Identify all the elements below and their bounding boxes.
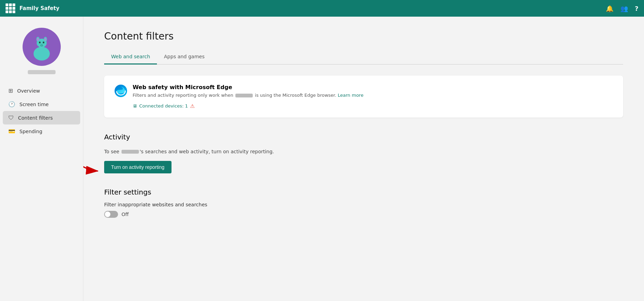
- sidebar-item-label: Spending: [19, 129, 42, 134]
- edge-icon: [114, 84, 128, 98]
- tab-apps-games[interactable]: Apps and games: [157, 50, 211, 64]
- page-title: Content filters: [104, 31, 623, 42]
- learn-more-link[interactable]: Learn more: [338, 93, 363, 98]
- edge-section-title: Web safety with Microsoft Edge: [133, 84, 363, 91]
- clock-icon: 🕐: [8, 101, 15, 108]
- edge-info: Web safety with Microsoft Edge Filters a…: [133, 84, 363, 109]
- notification-icon[interactable]: 🔔: [606, 5, 613, 12]
- topbar: Family Safety 🔔 👥 ?: [0, 0, 644, 17]
- layout: ⊞ Overview 🕐 Screen time 🛡 Content filte…: [0, 17, 644, 301]
- sidebar-item-screen-time[interactable]: 🕐 Screen time: [3, 97, 80, 111]
- tab-web-search[interactable]: Web and search: [104, 50, 157, 64]
- filter-label: Filter inappropriate websites and search…: [104, 202, 623, 207]
- svg-point-10: [43, 42, 44, 43]
- sidebar: ⊞ Overview 🕐 Screen time 🛡 Content filte…: [0, 17, 83, 301]
- sidebar-item-spending[interactable]: 💳 Spending: [3, 124, 80, 138]
- app-title: Family Safety: [19, 5, 606, 11]
- activity-heading: Activity: [104, 133, 623, 141]
- shield-icon: 🛡: [8, 114, 14, 121]
- red-arrow: [83, 157, 101, 175]
- overview-icon: ⊞: [8, 87, 13, 94]
- edge-header: Web safety with Microsoft Edge Filters a…: [114, 84, 613, 109]
- people-icon[interactable]: 👥: [620, 5, 628, 12]
- filter-section: Filter settings Filter inappropriate web…: [104, 188, 623, 218]
- nav-items: ⊞ Overview 🕐 Screen time 🛡 Content filte…: [0, 84, 83, 138]
- main-content: Content filters Web and search Apps and …: [83, 17, 644, 301]
- sidebar-item-label: Content filters: [18, 115, 53, 121]
- filter-heading: Filter settings: [104, 188, 623, 196]
- toggle-thumb: [105, 212, 110, 217]
- connected-devices: 🖥 Connected devices: 1 ⚠: [133, 103, 363, 109]
- help-icon[interactable]: ?: [635, 5, 638, 12]
- cta-wrapper: Turn on activity reporting: [104, 161, 172, 173]
- svg-point-5: [37, 38, 39, 41]
- tabs: Web and search Apps and games: [104, 50, 623, 64]
- activity-desc: To see 's searches and web activity, tur…: [104, 148, 623, 155]
- turn-on-activity-button[interactable]: Turn on activity reporting: [104, 161, 172, 173]
- svg-point-6: [44, 38, 46, 41]
- sidebar-item-label: Screen time: [19, 102, 49, 107]
- user-name-redacted: [235, 94, 253, 97]
- avatar: [23, 28, 61, 66]
- svg-point-11: [40, 44, 43, 45]
- user-name: [28, 70, 56, 74]
- svg-point-9: [39, 42, 40, 43]
- wallet-icon: 💳: [8, 128, 15, 135]
- edge-section: Web safety with Microsoft Edge Filters a…: [104, 76, 623, 118]
- filter-toggle[interactable]: [104, 211, 118, 218]
- warning-icon: ⚠: [190, 103, 194, 109]
- sidebar-item-label: Overview: [17, 88, 40, 94]
- grid-icon[interactable]: [6, 3, 15, 13]
- sidebar-item-overview[interactable]: ⊞ Overview: [3, 84, 80, 97]
- edge-section-desc: Filters and activity reporting only work…: [133, 92, 363, 99]
- sidebar-item-content-filters[interactable]: 🛡 Content filters: [3, 111, 80, 124]
- activity-section: Activity To see 's searches and web acti…: [104, 126, 623, 177]
- monitor-icon: 🖥: [133, 103, 137, 109]
- toggle-label: Off: [122, 212, 129, 217]
- filter-toggle-row: Off: [104, 211, 623, 218]
- topbar-actions: 🔔 👥 ?: [606, 5, 638, 12]
- user-name-redacted-2: [122, 150, 139, 154]
